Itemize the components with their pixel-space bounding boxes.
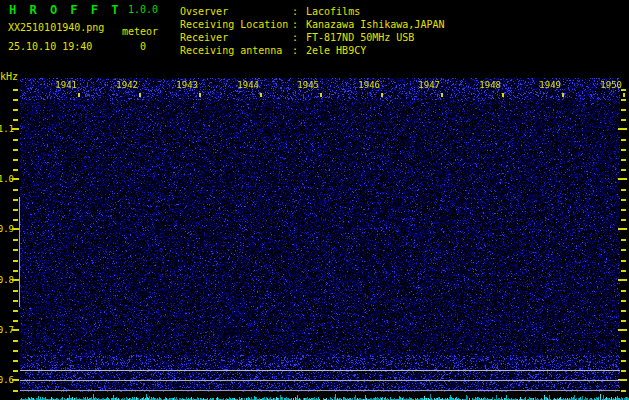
freq-minor-tick-left (13, 109, 18, 111)
freq-minor-tick-right (621, 370, 626, 372)
time-label: 1943 (174, 80, 198, 90)
info-label: Receiving antenna (180, 45, 292, 56)
freq-minor-tick-right (621, 139, 626, 141)
app-version: 1.0.0 (128, 4, 158, 15)
left-edge-marker (19, 197, 20, 307)
info-line-location: Receiving Location:Kanazawa Ishikawa,JAP… (180, 19, 444, 30)
info-label: Receiver (180, 32, 292, 43)
info-value: FT-817ND 50MHz USB (306, 32, 414, 43)
freq-major-tick-right (618, 128, 627, 130)
info-value: 2ele HB9CY (306, 45, 366, 56)
freq-minor-tick-right (621, 290, 626, 292)
freq-minor-tick-right (621, 270, 626, 272)
info-value: Kanazawa Ishikawa,JAPAN (306, 19, 444, 30)
minute-tick (502, 93, 504, 97)
session-datetime: 25.10.10 19:40 (8, 41, 92, 52)
freq-minor-tick-left (13, 290, 18, 292)
freq-minor-tick-right (621, 199, 626, 201)
spectrogram-canvas (20, 78, 620, 392)
freq-minor-tick-right (621, 119, 626, 121)
calibration-line (20, 370, 620, 371)
freq-minor-tick-right (621, 99, 626, 101)
freq-minor-tick-left (13, 340, 18, 342)
freq-minor-tick-right (621, 260, 626, 262)
minute-tick (260, 93, 262, 97)
freq-minor-tick-left (13, 99, 18, 101)
meteor-mode-label: meteor (122, 26, 158, 37)
meteor-count-value: 0 (140, 41, 146, 52)
noise-level-trace-canvas (20, 392, 629, 400)
minute-tick (623, 93, 625, 97)
freq-minor-tick-right (621, 239, 626, 241)
freq-minor-tick-right (621, 209, 626, 211)
time-label: 1944 (235, 80, 259, 90)
freq-major-tick-right (618, 279, 627, 281)
freq-major-tick-left (12, 279, 19, 281)
freq-axis-unit-label: kHz (0, 71, 18, 82)
time-label: 1942 (114, 80, 138, 90)
time-label: 1941 (53, 80, 77, 90)
app-title: H R O F F T (9, 3, 121, 17)
freq-minor-tick-left (13, 270, 18, 272)
freq-minor-tick-left (13, 350, 18, 352)
minute-tick (199, 93, 201, 97)
freq-major-tick-left (12, 329, 19, 331)
freq-major-tick-right (618, 228, 627, 230)
freq-minor-tick-left (13, 310, 18, 312)
time-label: 1950 (598, 80, 622, 90)
minute-tick (78, 93, 80, 97)
info-separator: : (292, 32, 306, 43)
freq-minor-tick-left (13, 360, 18, 362)
freq-minor-tick-left (13, 370, 18, 372)
time-label: 1946 (356, 80, 380, 90)
info-line-observer: Ovserver:Lacofilms (180, 6, 360, 17)
freq-minor-tick-left (13, 149, 18, 151)
time-label: 1945 (295, 80, 319, 90)
time-label: 1947 (416, 80, 440, 90)
time-label: 1949 (537, 80, 561, 90)
info-value: Lacofilms (306, 6, 360, 17)
hrofft-screen: H R O F F T 1.0.0 XX2510101940.png meteo… (0, 0, 629, 400)
freq-minor-tick-right (621, 310, 626, 312)
freq-minor-tick-right (621, 390, 626, 392)
minute-tick (320, 93, 322, 97)
info-separator: : (292, 45, 306, 56)
output-filename: XX2510101940.png (8, 22, 104, 33)
freq-minor-tick-left (13, 239, 18, 241)
freq-minor-tick-left (13, 300, 18, 302)
info-line-antenna: Receiving antenna:2ele HB9CY (180, 45, 366, 56)
info-line-receiver: Receiver:FT-817ND 50MHz USB (180, 32, 414, 43)
freq-minor-tick-right (621, 340, 626, 342)
freq-minor-tick-right (621, 159, 626, 161)
info-label: Receiving Location (180, 19, 292, 30)
freq-minor-tick-left (13, 390, 18, 392)
minute-tick (441, 93, 443, 97)
freq-minor-tick-right (621, 350, 626, 352)
freq-minor-tick-left (13, 320, 18, 322)
freq-major-tick-left (12, 228, 19, 230)
freq-major-tick-left (12, 379, 19, 381)
minute-tick (139, 93, 141, 97)
freq-minor-tick-right (621, 109, 626, 111)
calibration-line (20, 390, 620, 391)
freq-minor-tick-left (13, 260, 18, 262)
info-separator: : (292, 6, 306, 17)
freq-minor-tick-right (621, 360, 626, 362)
freq-minor-tick-left (13, 189, 18, 191)
time-label: 1948 (477, 80, 501, 90)
freq-minor-tick-right (621, 249, 626, 251)
info-label: Ovserver (180, 6, 292, 17)
freq-minor-tick-right (621, 189, 626, 191)
calibration-line (20, 380, 620, 381)
freq-minor-tick-right (621, 320, 626, 322)
freq-minor-tick-left (13, 139, 18, 141)
minute-tick (562, 93, 564, 97)
freq-minor-tick-right (621, 149, 626, 151)
freq-minor-tick-left (13, 169, 18, 171)
info-separator: : (292, 19, 306, 30)
freq-minor-tick-right (621, 169, 626, 171)
freq-minor-tick-left (13, 89, 18, 91)
freq-minor-tick-left (13, 219, 18, 221)
freq-minor-tick-left (13, 199, 18, 201)
freq-minor-tick-left (13, 159, 18, 161)
